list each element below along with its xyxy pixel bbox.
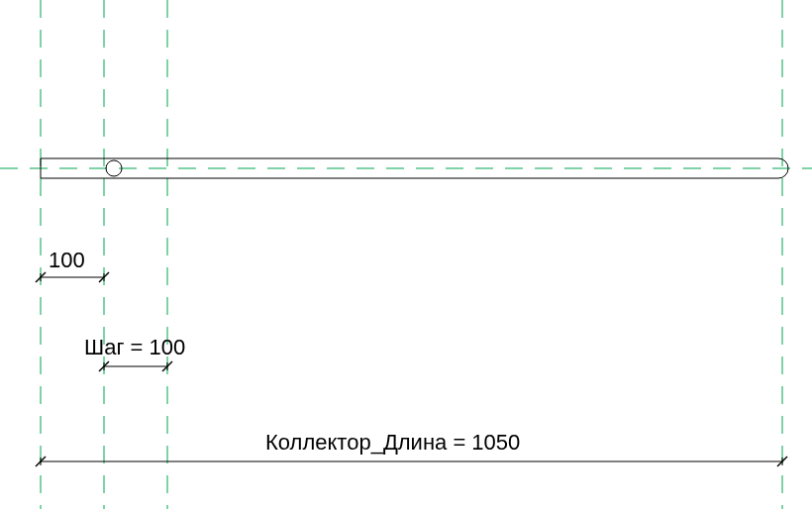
dimension-length-label: Коллектор_Длина = 1050 — [265, 430, 520, 455]
dimension-step: Шаг = 100 — [84, 335, 185, 371]
dimension-offset: 100 — [36, 248, 109, 282]
dimension-step-label: Шаг = 100 — [84, 335, 185, 359]
dimension-offset-label: 100 — [49, 248, 85, 272]
dimension-length: Коллектор_Длина = 1050 — [36, 430, 787, 466]
drawing-canvas: 100 Шаг = 100 Коллектор_Длина = 1050 — [0, 0, 812, 509]
